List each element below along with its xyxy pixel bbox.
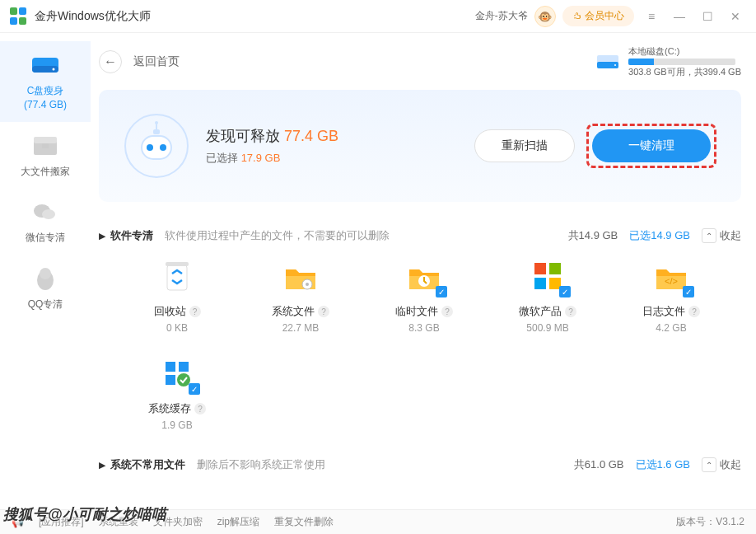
clean-highlight: 一键清理 [586, 124, 716, 168]
user-name: 金舟-苏大爷 [475, 9, 528, 23]
svg-point-16 [160, 144, 166, 151]
collapse-toggle[interactable]: ⌃收起 [702, 457, 741, 472]
disk-info: 本地磁盘(C:) 303.8 GB可用，共399.4 GB [595, 44, 741, 78]
footer-link[interactable]: 重复文件删除 [274, 515, 334, 529]
help-icon[interactable]: ? [688, 306, 700, 317]
help-icon[interactable]: ? [189, 306, 201, 317]
item-logs[interactable]: </>✓ 日志文件? 4.2 GB [609, 256, 733, 334]
svg-point-12 [614, 64, 616, 66]
disk-usage-bar [628, 59, 735, 65]
sidebar: C盘瘦身 (77.4 GB) 大文件搬家 微信专清 QQ专清 [0, 33, 91, 509]
svg-text:</>: </> [665, 276, 678, 286]
check-icon: ✓ [189, 383, 200, 395]
disk-name: 本地磁盘(C:) [628, 44, 741, 59]
item-recycle[interactable]: 回收站? 0 KB [115, 256, 239, 334]
svg-rect-31 [179, 362, 189, 372]
svg-rect-30 [166, 362, 175, 372]
section-header-unused[interactable]: ▶ 系统不常用文件 删除后不影响系统正常使用 共61.0 GB 已选1.6 GB… [99, 451, 741, 485]
collapse-toggle[interactable]: ⌃收起 [702, 228, 741, 243]
version-label: 版本号：V3.1.2 [676, 515, 744, 529]
disk-icon [595, 50, 622, 73]
minimize-icon[interactable]: — [669, 6, 690, 27]
watermark: 搜狐号@小可耐之炒喵喵 [3, 504, 166, 524]
app-title: 金舟Windows优化大师 [35, 9, 151, 24]
svg-rect-17 [153, 129, 160, 134]
check-icon: ✓ [559, 286, 571, 297]
robot-icon [124, 113, 189, 179]
svg-point-2 [53, 68, 55, 71]
section-total: 共61.0 GB [574, 457, 624, 472]
section-desc: 软件使用过程中产生的文件，不需要的可以删除 [165, 228, 390, 243]
menu-icon[interactable]: ≡ [641, 6, 662, 27]
help-icon[interactable]: ? [565, 306, 576, 317]
sidebar-item-cdisk[interactable]: C盘瘦身 (77.4 GB) [0, 41, 91, 122]
item-microsoft[interactable]: ✓ 微软产品? 500.9 MB [486, 256, 609, 334]
svg-rect-27 [534, 278, 546, 289]
item-temp[interactable]: ✓ 临时文件? 8.3 GB [362, 256, 486, 334]
svg-point-7 [42, 209, 55, 219]
clean-button[interactable]: 一键清理 [592, 129, 711, 162]
maximize-icon[interactable]: ☐ [697, 6, 718, 27]
svg-rect-14 [142, 136, 171, 159]
footer-link[interactable]: zip解压缩 [217, 515, 259, 529]
vip-button[interactable]: 🖒 会员中心 [562, 6, 634, 26]
close-icon[interactable]: ✕ [725, 6, 746, 27]
disk-detail: 303.8 GB可用，共399.4 GB [628, 65, 741, 79]
selected-prefix: 已选择 [206, 152, 241, 164]
section-selected: 已选1.6 GB [636, 457, 690, 472]
help-icon[interactable]: ? [441, 306, 453, 317]
section-total: 共14.9 GB [568, 228, 618, 243]
back-label: 返回首页 [133, 54, 180, 69]
help-icon[interactable]: ? [318, 306, 329, 317]
chevron-up-icon: ⌃ [702, 228, 716, 243]
rescan-button[interactable]: 重新扫描 [474, 129, 575, 162]
scan-panel: 发现可释放 77.4 GB 已选择 17.9 GB 重新扫描 一键清理 [99, 90, 741, 202]
section-desc: 删除后不影响系统正常使用 [197, 457, 325, 472]
section-title: 软件专清 [110, 228, 153, 243]
svg-point-15 [147, 144, 153, 151]
svg-point-23 [306, 283, 309, 286]
tri-icon: ▶ [99, 231, 105, 241]
avatar[interactable]: 🐵 [534, 6, 556, 27]
svg-rect-4 [34, 137, 57, 143]
svg-point-9 [40, 268, 51, 279]
chevron-up-icon: ⌃ [702, 457, 716, 472]
svg-point-19 [155, 121, 158, 124]
app-logo [10, 7, 28, 26]
svg-rect-32 [166, 375, 175, 385]
item-syscache[interactable]: ✓ 系统缓存? 1.9 GB [115, 354, 239, 431]
item-sysfile[interactable]: 系统文件? 22.7 MB [239, 256, 362, 334]
tri-icon: ▶ [99, 460, 105, 471]
svg-rect-21 [166, 262, 189, 266]
section-selected: 已选14.9 GB [629, 228, 690, 243]
svg-rect-5 [42, 143, 49, 148]
selected-amount: 17.9 GB [241, 152, 281, 164]
sidebar-item-qq[interactable]: QQ专清 [0, 255, 91, 321]
section-title: 系统不常用文件 [110, 457, 185, 472]
svg-rect-26 [549, 263, 561, 274]
back-button[interactable]: ← [99, 50, 122, 73]
check-icon: ✓ [683, 286, 694, 297]
sidebar-item-wechat[interactable]: 微信专清 [0, 188, 91, 255]
help-icon[interactable]: ? [194, 403, 206, 415]
check-icon: ✓ [436, 286, 447, 297]
items-grid: 回收站? 0 KB 系统文件? 22.7 MB ✓ 临时文件? 8.3 GB ✓… [99, 256, 741, 451]
sidebar-item-bigfile[interactable]: 大文件搬家 [0, 122, 91, 189]
found-amount: 77.4 GB [284, 128, 338, 144]
svg-rect-25 [534, 263, 546, 274]
found-prefix: 发现可释放 [206, 128, 284, 144]
section-header-software[interactable]: ▶ 软件专清 软件使用过程中产生的文件，不需要的可以删除 共14.9 GB 已选… [99, 222, 741, 256]
